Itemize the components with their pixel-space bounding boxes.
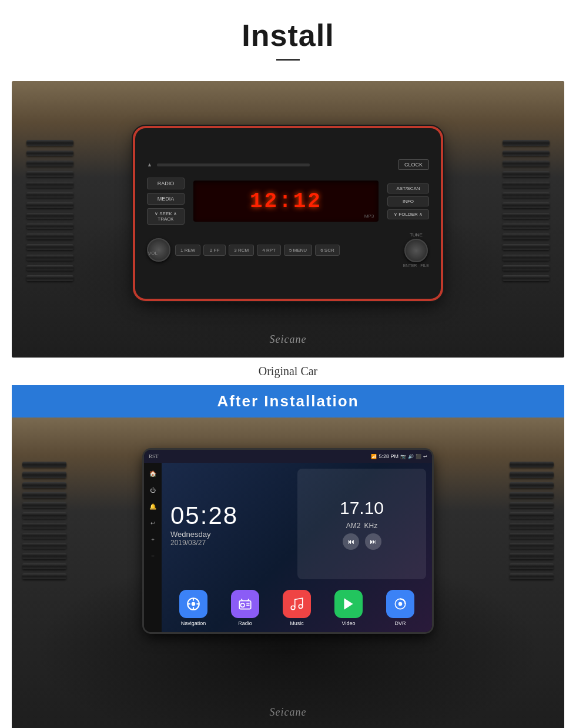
media-button[interactable]: MEDIA [147,193,185,205]
radio-next-button[interactable]: ⏭ [365,533,381,550]
status-time: 5:28 PM [379,453,398,459]
vent-left [26,140,73,281]
preset-5[interactable]: 5 MENU [284,245,312,256]
radio-frequency: 17.10 [340,498,384,518]
radio-top-section: ▲ CLOCK [135,155,441,175]
android-statusbar: RST 📶 5:28 PM 📷 🔊 ⬛ ↩ [144,450,432,463]
radio-bottom: VOL 1 REW 2 FF 3 RCM 4 RPT 5 MENU 6 SCR … [135,228,441,272]
android-main-content: 05:28 Wednesday 2019/03/27 17.10 AM2 KHz… [162,463,432,632]
radio-display: 12:12 MP3 [193,181,379,222]
nav-back-icon[interactable]: ↩ [148,518,158,527]
svg-point-16 [398,602,403,606]
android-head-unit: RST 📶 5:28 PM 📷 🔊 ⬛ ↩ 🏠 ⏻ 🔔 ↩ + − [144,450,432,632]
radio-buttons-left: RADIO MEDIA ∨ SEEK ∧TRACK [147,178,185,225]
app-dvr[interactable]: DVR [386,590,414,626]
radio-app-icon[interactable] [231,590,259,618]
radio-controls: ⏮ ⏭ [343,533,381,550]
info-button[interactable]: INFO [387,196,429,206]
vent-left-after [22,462,66,579]
preset-2[interactable]: 2 FF [203,245,226,256]
title-divider [276,59,300,61]
clock-widget: 05:28 Wednesday 2019/03/27 [168,469,293,579]
radio-band-area: AM2 KHz [346,522,377,530]
camera-status-icon: 📷 [400,454,406,459]
radio-label: Radio [238,620,252,626]
android-clock-time: 05:28 [170,502,290,530]
music-app-icon[interactable] [283,590,311,618]
app-radio[interactable]: Radio [231,590,259,626]
cd-slot [157,163,310,166]
android-nav-bar: 🏠 ⏻ 🔔 ↩ + − [144,463,162,632]
wifi-icon: 📶 [371,454,377,459]
vent-right-after [510,462,554,579]
seek-track-button[interactable]: ∨ SEEK ∧TRACK [147,208,185,225]
svg-point-12 [291,606,295,610]
back-icon: ↩ [423,454,427,459]
radio-unit: KHz [364,522,378,530]
after-car-image: RST 📶 5:28 PM 📷 🔊 ⬛ ↩ 🏠 ⏻ 🔔 ↩ + − [12,418,564,728]
preset-6[interactable]: 6 SCR [315,245,340,256]
dvr-app-icon[interactable] [386,590,414,618]
radio-middle: RADIO MEDIA ∨ SEEK ∧TRACK 12:12 MP3 AST/… [135,175,441,228]
rst-icon: RST [149,453,159,459]
android-day: Wednesday [170,530,290,539]
nav-power-icon[interactable]: ⏻ [148,485,158,495]
original-car-wrapper: ▲ CLOCK RADIO MEDIA ∨ SEEK ∧TRACK 12:12 … [12,81,564,385]
original-car-image: ▲ CLOCK RADIO MEDIA ∨ SEEK ∧TRACK 12:12 … [12,81,564,358]
volume-status-icon: 🔊 [408,454,414,459]
vent-right [503,140,550,281]
page-title: Install [0,18,576,53]
after-installation-banner: After Installation [12,385,564,418]
original-radio-unit: ▲ CLOCK RADIO MEDIA ∨ SEEK ∧TRACK 12:12 … [135,128,441,299]
vol-label: VOL [148,251,158,256]
app-video[interactable]: Video [334,590,363,626]
power-knob[interactable] [147,238,170,262]
app-music[interactable]: Music [283,590,311,626]
seicane-watermark-original: Seicane [270,333,307,346]
screen-icon: ⬛ [416,454,421,459]
navigation-label: Navigation [181,620,206,626]
seicane-watermark-after: Seicane [270,706,307,719]
radio-band: AM2 [346,522,361,530]
preset-3[interactable]: 3 RCM [229,245,254,256]
preset-buttons: 1 REW 2 FF 3 RCM 4 RPT 5 MENU 6 SCR [175,245,398,256]
status-icons-left: RST [149,453,159,459]
svg-marker-14 [344,598,353,610]
status-icons-right: 📶 5:28 PM 📷 🔊 ⬛ ↩ [371,453,427,459]
radio-buttons-right: AST/SCAN INFO ∨ FOLDER ∧ [387,183,429,219]
music-label: Music [290,620,304,626]
preset-4[interactable]: 4 RPT [257,245,281,256]
radio-button[interactable]: RADIO [147,178,185,189]
folder-button[interactable]: ∨ FOLDER ∧ [387,209,429,219]
ast-scan-button[interactable]: AST/SCAN [387,183,429,193]
app-navigation[interactable]: Navigation [179,590,207,626]
android-date: 2019/03/27 [170,539,290,547]
nav-vol-down-icon[interactable]: − [148,551,158,560]
nav-bell-icon[interactable]: 🔔 [148,502,158,511]
video-label: Video [342,620,356,626]
radio-prev-button[interactable]: ⏮ [343,533,359,550]
svg-point-1 [192,602,196,606]
mp3-label: MP3 [364,213,374,219]
header-section: Install [0,0,576,81]
clock-button[interactable]: CLOCK [398,159,429,170]
after-car-wrapper: RST 📶 5:28 PM 📷 🔊 ⬛ ↩ 🏠 ⏻ 🔔 ↩ + − [12,418,564,728]
tune-knob[interactable] [404,239,428,262]
video-app-icon[interactable] [334,590,363,618]
nav-vol-up-icon[interactable]: + [148,535,158,544]
app-icons-row: Navigation Radio Music [162,585,432,632]
svg-point-9 [240,603,245,607]
android-radio-widget: 17.10 AM2 KHz ⏮ ⏭ [297,469,426,579]
nav-home-icon[interactable]: 🏠 [148,469,158,478]
after-banner-text: After Installation [217,392,359,410]
original-car-caption: Original Car [12,358,564,385]
svg-point-13 [299,605,303,609]
widget-area: 05:28 Wednesday 2019/03/27 17.10 AM2 KHz… [162,463,432,585]
radio-display-time: 12:12 [250,189,322,213]
dvr-label: DVR [394,620,406,626]
navigation-icon[interactable] [179,590,207,618]
preset-1[interactable]: 1 REW [175,245,200,256]
